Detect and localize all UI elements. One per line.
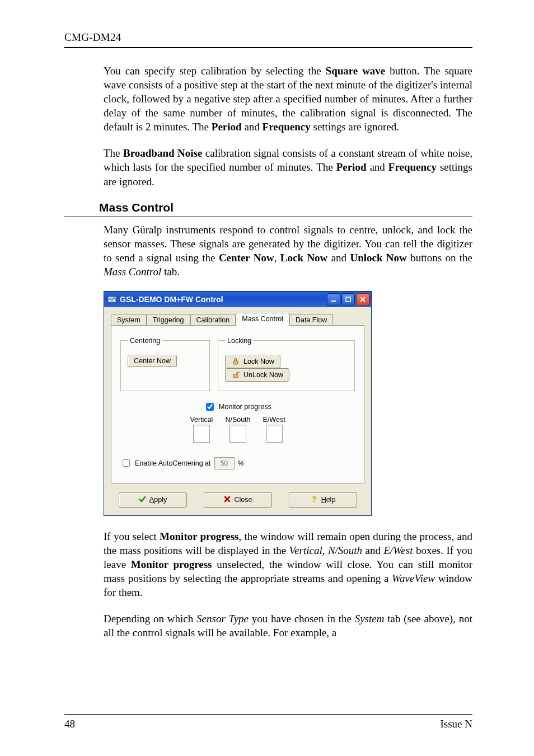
lock-icon xyxy=(231,357,240,366)
italic: System xyxy=(355,613,385,624)
question-icon: ? xyxy=(310,495,318,505)
para-1: You can specify step calibration by sele… xyxy=(104,64,472,134)
auto-centering-checkbox[interactable] xyxy=(123,459,130,467)
close-button[interactable] xyxy=(356,293,369,306)
section-heading-mass-control: Mass Control xyxy=(99,201,472,214)
para-2: The Broadband Noise calibration signal c… xyxy=(104,146,472,188)
text: and xyxy=(366,161,388,173)
bold: Lock Now xyxy=(280,252,327,264)
italic: N/South xyxy=(328,544,362,556)
svg-rect-4 xyxy=(233,374,238,378)
italic: WaveView xyxy=(392,572,435,584)
progress-bar xyxy=(266,425,283,443)
bold: Period xyxy=(212,121,242,133)
section-rule xyxy=(64,217,472,217)
button-label: Close xyxy=(235,496,252,504)
minimize-button[interactable] xyxy=(327,293,340,306)
label: N/South xyxy=(225,416,250,424)
monitor-progress-checkbox[interactable] xyxy=(206,403,214,411)
text: tab. xyxy=(161,266,180,278)
x-icon xyxy=(223,495,231,505)
progress-bar xyxy=(229,425,246,443)
dialog-window: GSL-DEMO DM+FW Control System Triggering… xyxy=(104,291,372,516)
para-4: If you select Monitor progress, the wind… xyxy=(104,529,472,599)
monitor-progress-row: Monitor progress xyxy=(120,401,355,412)
text: , xyxy=(274,252,280,264)
bold: Square wave xyxy=(326,65,386,77)
tab-data-flow[interactable]: Data Flow xyxy=(289,314,333,326)
tab-triggering[interactable]: Triggering xyxy=(147,314,190,326)
para-3: Many Güralp instruments respond to contr… xyxy=(104,223,472,279)
auto-centering-label-pre: Enable AutoCentering at xyxy=(135,459,211,467)
progress-nsouth: N/South xyxy=(225,416,250,443)
para-5: Depending on which Sensor Type you have … xyxy=(104,612,472,640)
italic: Vertical xyxy=(289,544,322,556)
text: If you select xyxy=(104,530,160,542)
button-label: Center Now xyxy=(134,357,171,365)
titlebar[interactable]: GSL-DEMO DM+FW Control xyxy=(104,292,371,307)
tab-system[interactable]: System xyxy=(111,314,147,326)
close-dialog-button[interactable]: Close xyxy=(204,492,272,508)
progress-bar xyxy=(193,425,210,443)
issue-label: Issue N xyxy=(440,718,472,730)
center-now-button[interactable]: Center Now xyxy=(128,355,177,367)
tabstrip: System Triggering Calibration Mass Contr… xyxy=(111,313,364,326)
header-rule xyxy=(64,47,472,48)
group-locking: Locking Lock Now xyxy=(218,337,355,391)
text: and xyxy=(362,544,383,556)
group-legend: Locking xyxy=(225,337,254,345)
text: and xyxy=(327,252,350,264)
tab-mass-control[interactable]: Mass Control xyxy=(236,313,289,326)
window-title: GSL-DEMO DM+FW Control xyxy=(120,295,326,304)
text: and xyxy=(242,121,263,133)
bold: Monitor progress xyxy=(160,530,238,542)
button-label: Help xyxy=(321,496,336,504)
bold: Period xyxy=(336,161,367,173)
client-area: System Triggering Calibration Mass Contr… xyxy=(104,307,371,515)
auto-centering-value[interactable] xyxy=(214,457,235,469)
bold: Frequency xyxy=(388,161,437,173)
maximize-button[interactable] xyxy=(341,293,355,306)
text: , xyxy=(322,544,328,556)
bold: Unlock Now xyxy=(350,252,406,264)
text: you have chosen in the xyxy=(249,613,355,624)
help-button[interactable]: ? Help xyxy=(289,492,357,508)
italic: Mass Control xyxy=(104,266,161,278)
progress-ewest: E/West xyxy=(263,416,285,443)
monitor-progress-label: Monitor progress xyxy=(219,403,271,411)
lock-now-button[interactable]: Lock Now xyxy=(225,355,280,368)
text: You can specify step calibration by sele… xyxy=(104,65,326,77)
text: Depending on which xyxy=(104,613,196,624)
auto-centering-label-post: % xyxy=(238,459,244,467)
italic: Sensor Type xyxy=(196,613,249,624)
svg-rect-3 xyxy=(233,361,238,364)
group-centering: Centering Center Now xyxy=(120,337,210,391)
tab-calibration[interactable]: Calibration xyxy=(190,314,236,326)
svg-rect-2 xyxy=(346,297,350,302)
apply-button[interactable]: Apply xyxy=(119,492,187,508)
bold: Monitor progress xyxy=(131,558,212,570)
tab-panel: Centering Center Now Locking xyxy=(111,325,364,483)
bold: Frequency xyxy=(263,121,311,133)
page-number: 48 xyxy=(64,718,75,730)
group-legend: Centering xyxy=(128,337,162,345)
text: The xyxy=(104,147,123,159)
bold: Broadband Noise xyxy=(123,147,202,159)
text: buttons on the xyxy=(407,252,472,264)
progress-vertical: Vertical xyxy=(190,416,213,443)
text: settings are ignored. xyxy=(311,121,399,133)
unlock-now-button[interactable]: UnLock Now xyxy=(225,368,289,382)
check-icon xyxy=(138,495,146,505)
dialog-button-row: Apply Close ? Help xyxy=(111,492,364,508)
bold: Center Now xyxy=(219,252,274,264)
italic: E/West xyxy=(383,544,413,556)
page-footer: 48 Issue N xyxy=(64,714,472,730)
running-head: CMG-DM24 xyxy=(64,31,472,44)
label: E/West xyxy=(263,416,285,424)
label: Vertical xyxy=(190,416,213,424)
unlock-icon xyxy=(231,370,240,379)
button-label: UnLock Now xyxy=(243,371,283,379)
button-label: Lock Now xyxy=(243,358,274,365)
progress-readout-row: Vertical N/South E/West xyxy=(120,416,355,443)
auto-centering-row: Enable AutoCentering at % xyxy=(120,457,355,469)
